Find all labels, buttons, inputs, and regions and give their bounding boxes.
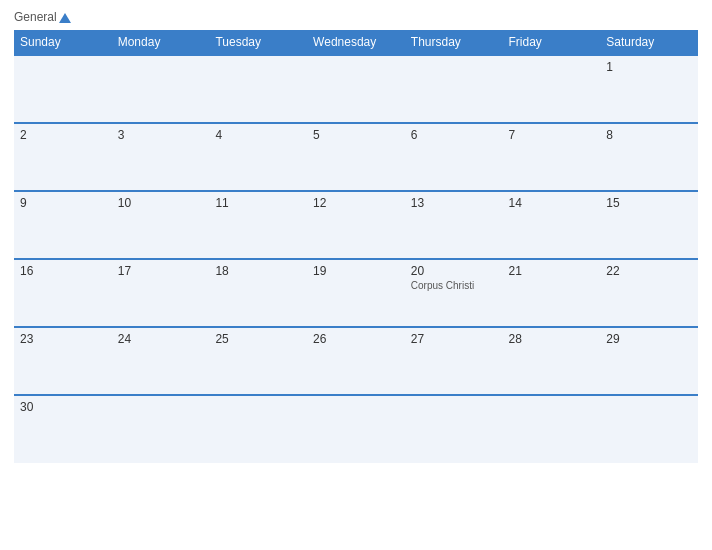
calendar-cell: 24 <box>112 327 210 395</box>
logo: General <box>14 10 71 24</box>
day-number: 16 <box>20 264 106 278</box>
day-number: 8 <box>606 128 692 142</box>
calendar-cell <box>14 55 112 123</box>
calendar-header: General <box>14 10 698 24</box>
day-number: 7 <box>509 128 595 142</box>
calendar-cell: 15 <box>600 191 698 259</box>
day-number: 9 <box>20 196 106 210</box>
weekday-header-sunday: Sunday <box>14 30 112 55</box>
weekday-header-monday: Monday <box>112 30 210 55</box>
calendar-cell <box>405 55 503 123</box>
day-number: 27 <box>411 332 497 346</box>
week-row-2: 9101112131415 <box>14 191 698 259</box>
logo-general-text: General <box>14 10 71 24</box>
day-number: 25 <box>215 332 301 346</box>
calendar-cell: 17 <box>112 259 210 327</box>
day-number: 18 <box>215 264 301 278</box>
calendar-cell: 16 <box>14 259 112 327</box>
logo-triangle-icon <box>59 13 71 23</box>
week-row-0: 1 <box>14 55 698 123</box>
day-number: 12 <box>313 196 399 210</box>
weekday-header-row: SundayMondayTuesdayWednesdayThursdayFrid… <box>14 30 698 55</box>
calendar-cell: 7 <box>503 123 601 191</box>
day-number: 30 <box>20 400 106 414</box>
day-number: 23 <box>20 332 106 346</box>
weekday-header-thursday: Thursday <box>405 30 503 55</box>
day-number: 15 <box>606 196 692 210</box>
calendar-cell <box>307 55 405 123</box>
day-number: 14 <box>509 196 595 210</box>
calendar-cell <box>307 395 405 463</box>
calendar-cell <box>209 55 307 123</box>
calendar-cell: 6 <box>405 123 503 191</box>
day-number: 4 <box>215 128 301 142</box>
calendar-cell: 13 <box>405 191 503 259</box>
calendar-cell <box>112 395 210 463</box>
day-number: 19 <box>313 264 399 278</box>
calendar-cell: 5 <box>307 123 405 191</box>
calendar-cell: 1 <box>600 55 698 123</box>
calendar-cell: 22 <box>600 259 698 327</box>
calendar-cell: 3 <box>112 123 210 191</box>
calendar-cell: 18 <box>209 259 307 327</box>
calendar-cell: 2 <box>14 123 112 191</box>
calendar-container: General SundayMondayTuesdayWednesdayThur… <box>0 0 712 550</box>
week-row-3: 1617181920Corpus Christi2122 <box>14 259 698 327</box>
day-number: 10 <box>118 196 204 210</box>
calendar-cell <box>112 55 210 123</box>
day-number: 22 <box>606 264 692 278</box>
calendar-cell: 11 <box>209 191 307 259</box>
calendar-cell: 10 <box>112 191 210 259</box>
calendar-cell <box>503 55 601 123</box>
calendar-cell: 25 <box>209 327 307 395</box>
weekday-header-friday: Friday <box>503 30 601 55</box>
calendar-cell: 23 <box>14 327 112 395</box>
calendar-table: SundayMondayTuesdayWednesdayThursdayFrid… <box>14 30 698 463</box>
calendar-cell: 4 <box>209 123 307 191</box>
day-number: 2 <box>20 128 106 142</box>
calendar-cell: 12 <box>307 191 405 259</box>
calendar-body: 1234567891011121314151617181920Corpus Ch… <box>14 55 698 463</box>
day-number: 28 <box>509 332 595 346</box>
calendar-cell: 28 <box>503 327 601 395</box>
day-number: 1 <box>606 60 692 74</box>
day-number: 20 <box>411 264 497 278</box>
day-number: 6 <box>411 128 497 142</box>
day-number: 29 <box>606 332 692 346</box>
day-number: 13 <box>411 196 497 210</box>
weekday-header-tuesday: Tuesday <box>209 30 307 55</box>
day-number: 3 <box>118 128 204 142</box>
weekday-header-wednesday: Wednesday <box>307 30 405 55</box>
calendar-cell: 14 <box>503 191 601 259</box>
week-row-1: 2345678 <box>14 123 698 191</box>
calendar-cell <box>209 395 307 463</box>
calendar-cell: 27 <box>405 327 503 395</box>
calendar-cell: 20Corpus Christi <box>405 259 503 327</box>
calendar-cell: 30 <box>14 395 112 463</box>
day-number: 24 <box>118 332 204 346</box>
calendar-cell: 21 <box>503 259 601 327</box>
day-number: 11 <box>215 196 301 210</box>
calendar-cell: 26 <box>307 327 405 395</box>
calendar-cell: 8 <box>600 123 698 191</box>
calendar-cell: 9 <box>14 191 112 259</box>
week-row-5: 30 <box>14 395 698 463</box>
calendar-cell: 19 <box>307 259 405 327</box>
weekday-header-saturday: Saturday <box>600 30 698 55</box>
calendar-cell <box>600 395 698 463</box>
week-row-4: 23242526272829 <box>14 327 698 395</box>
calendar-cell: 29 <box>600 327 698 395</box>
calendar-cell <box>405 395 503 463</box>
day-number: 17 <box>118 264 204 278</box>
day-number: 5 <box>313 128 399 142</box>
day-number: 21 <box>509 264 595 278</box>
calendar-thead: SundayMondayTuesdayWednesdayThursdayFrid… <box>14 30 698 55</box>
calendar-cell <box>503 395 601 463</box>
day-number: 26 <box>313 332 399 346</box>
event-label: Corpus Christi <box>411 280 497 291</box>
